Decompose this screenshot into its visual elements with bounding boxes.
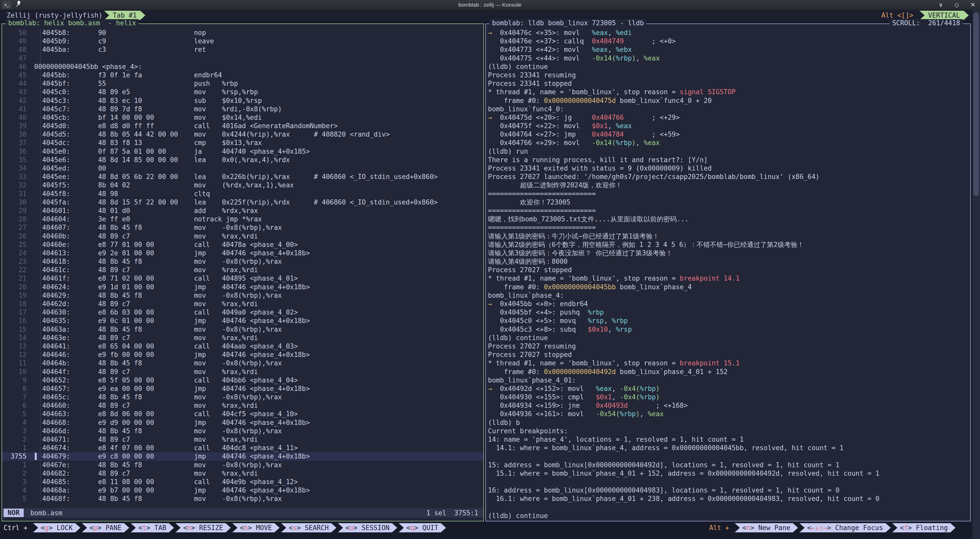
asm-line: 43 4045c0: 48 89 e5 mov %rsp,%rbp	[2, 88, 484, 96]
asm-line: 36 4045e0: 0f 87 5a 01 00 00 ja 404740 <…	[2, 147, 484, 156]
helix-pane-title: bomblab: helix bomb.asm - helix	[6, 19, 138, 27]
lldb-line: 嗯嗯，找到bomb_723005.txt文件....从里面读取以前的密码...	[488, 215, 970, 223]
asm-line: 3 40466d: 48 8b 45 f8 mov -0x8(%rbp),%ra…	[2, 427, 484, 435]
lldb-line: (lldb) run	[488, 147, 970, 156]
lldb-content[interactable]: → 0x40476c <+35>: movl %eax, %edi 0x4047…	[488, 29, 970, 520]
lldb-pane[interactable]: bomblab: lldb bomb_linux 723005 - lldb S…	[485, 24, 971, 521]
file-name: bomb.asm	[30, 509, 62, 517]
lldb-line: bomb_linux`func4_0:	[488, 105, 970, 113]
selection-position: 1 sel 3755:1	[426, 509, 479, 517]
keybar-session[interactable]: <o> SESSION	[338, 523, 397, 533]
lldb-line: ===========================	[488, 207, 970, 215]
lldb-line: 14.1: where = bomb_linux`phase_4, addres…	[488, 444, 970, 452]
asm-line: 39 4045d0: e8 d8 d0 ff ff call 4016ad <G…	[2, 122, 484, 130]
lldb-line: Process 27027 stopped	[488, 266, 970, 274]
keybar-move[interactable]: <h> MOVE	[232, 523, 280, 533]
asm-line: 1 40467e: 48 8b 45 f8 mov -0x8(%rbp),%ra…	[2, 461, 484, 469]
lldb-line: → 0x40476c <+35>: movl %eax, %edi	[488, 29, 970, 37]
asm-line: 22 40461c: 48 89 c7 mov %rax,%rdi	[2, 266, 484, 274]
asm-line: 45 4045bb: f3 0f 1e fa endbr64	[2, 71, 484, 80]
asm-line: 5 404663: e8 8d 06 00 00 call 404cf5 <ph…	[2, 410, 484, 418]
asm-line: 16 404635: e9 0c 01 00 00 jmp 404746 <ph…	[2, 317, 484, 325]
asm-line: 49 4045b9: c9 leave	[2, 37, 484, 45]
lldb-line: 16.1: where = bomb_linux`phase_4_01 + 23…	[488, 494, 970, 503]
asm-line: 8 404657: e9 ea 00 00 00 jmp 404746 <pha…	[2, 384, 484, 393]
lldb-line: * thread #1, name = 'bomb_linux', stop r…	[488, 359, 970, 367]
scrollbar-thumb[interactable]	[974, 12, 979, 196]
asm-line: 26 40460b: 48 89 c7 mov %rax,%rdi	[2, 232, 484, 241]
asm-line: 24 404613: e9 2e 01 00 00 jmp 404746 <ph…	[2, 249, 484, 257]
keybar-floating[interactable]: <f> Floating	[892, 523, 956, 533]
lldb-line: 请输入第1级的密码：牛刀小试~你已经通过了第1级考验！	[488, 232, 970, 241]
asm-line: 4 40468a: e9 b7 00 00 00 jmp 404746 <pha…	[2, 486, 484, 494]
ctrl-prefix: Ctrl +	[3, 524, 32, 532]
lldb-line: 15.1: where = bomb_linux`phase_4_01 + 15…	[488, 469, 970, 478]
asm-line: 48 4045ba: c3 ret	[2, 45, 484, 54]
lldb-line: 0x404775 <+44>: movl -0x14(%rbp), %eax	[488, 54, 970, 62]
layout-badge-vertical: VERTICAL	[920, 11, 969, 20]
window-title: bomblab : zellij — Konsole	[0, 2, 980, 8]
asm-line: 35 4045e6: 48 8d 14 85 00 00 00 lea 0x0(…	[2, 156, 484, 164]
keybar-change-focus[interactable]: <←↓↑→> Change Focus	[800, 523, 891, 533]
maximize-button[interactable]: ◇	[954, 1, 959, 8]
lldb-line: → 0x4045bb <+0>: endbr64	[488, 300, 970, 308]
lldb-line: → 0x40492d <+152>: movl %eax, -0x4(%rbp)	[488, 384, 970, 393]
asm-line: 14 40463e: 48 89 c7 mov %rax,%rdi	[2, 334, 484, 342]
asm-line: 12 404646: e9 fb 00 00 00 jmp 404746 <ph…	[2, 351, 484, 359]
asm-line: 37 4045dc: 48 83 f8 13 cmp $0x13,%rax	[2, 139, 484, 147]
lldb-line: 16: address = bomb_linux[0x0000000000404…	[488, 486, 970, 494]
lldb-line: 0x404764 <+27>: jmp 0x404784 ; <+59>	[488, 130, 970, 139]
asm-line: 1 404674: e8 4f 07 00 00 call 404dc8 <ph…	[2, 444, 484, 452]
lldb-line: bomb_linux`phase_4_01:	[488, 376, 970, 384]
lldb-line: 请输入第2级的密码（6个数字，用空格隔开，例如 1 2 3 4 5 6）：不错不…	[488, 241, 970, 249]
lldb-line: * thread #1, name = 'bomb_linux', stop r…	[488, 274, 970, 283]
keybar-search[interactable]: <s> SEARCH	[281, 523, 336, 533]
lldb-line: Process 27027 resuming	[488, 342, 970, 351]
asm-line: 50 4045b8: 90 nop	[2, 29, 484, 37]
scroll-indicator: SCROLL: 261/4418	[890, 19, 963, 27]
lldb-line: 0x404773 <+42>: movl %eax, %ebx	[488, 45, 970, 54]
asm-line: 11 40464b: 48 8b 45 f8 mov -0x8(%rbp),%r…	[2, 359, 484, 367]
lldb-line: frame #0: 0x00000000004045bb bomb_linux`…	[488, 283, 970, 291]
asm-content[interactable]: 50 4045b8: 90 nop49 4045b9: c9 leave48 4…	[2, 29, 484, 503]
lldb-line: Process 27027 launched: '/home/gh0s7/pro…	[488, 172, 970, 181]
alt-mode-hint: Alt <[]>	[881, 11, 913, 19]
asm-line: 25 40460e: e8 77 01 00 00 call 40478a <p…	[2, 241, 484, 249]
asm-line: 17 404630: e8 6b 03 00 00 call 4049a0 <p…	[2, 308, 484, 317]
lldb-line: frame #0: 0x000000000040475d bomb_linux`…	[488, 97, 970, 105]
lldb-line: 0x40475f <+22>: movl $0x1, %eax	[488, 122, 970, 130]
asm-line: 3 404685: e8 11 08 00 00 call 404e9b <ph…	[2, 478, 484, 486]
keybar-quit[interactable]: <q> QUIT	[399, 523, 446, 533]
mode-badge: NOR	[3, 509, 24, 517]
asm-line: 27 404607: 48 8b 45 f8 mov -0x8(%rbp),%r…	[2, 223, 484, 232]
text-cursor	[35, 453, 37, 460]
lldb-line: (lldb) continue	[488, 512, 970, 520]
keybar-right-group: <n> New Pane<←↓↑→> Change Focus<f> Float…	[733, 523, 956, 533]
tab-1[interactable]: Tab #1	[104, 11, 145, 20]
asm-line: 4 404668: e9 d9 00 00 00 jmp 404746 <pha…	[2, 418, 484, 427]
lldb-line	[488, 503, 970, 512]
window-titlebar: >_ bomblab : zellij — Konsole ∨ ◇ ✕	[0, 0, 980, 10]
lldb-line: 欢迎你！723005	[488, 198, 970, 207]
keybar-lock[interactable]: <g> LOCK	[33, 523, 80, 533]
helix-pane[interactable]: bomblab: helix bomb.asm - helix 50 4045b…	[2, 24, 484, 521]
asm-line: 30 4045fa: 48 8d 15 5f 22 00 00 lea 0x22…	[2, 198, 484, 207]
lldb-line: 0x4045c3 <+8>: subq $0x10, %rsp	[488, 325, 970, 334]
lldb-line	[488, 452, 970, 461]
asm-line: 3755 404679: e9 c8 00 00 00 jmp 404746 <…	[2, 452, 484, 461]
keybar-resize[interactable]: <n> RESIZE	[176, 523, 231, 533]
session-name: Zellij (rusty-jellyfish)	[6, 11, 103, 19]
asm-line: 19 404629: 48 8b 45 f8 mov -0x8(%rbp),%r…	[2, 291, 484, 300]
minimize-button[interactable]: ∨	[939, 1, 943, 8]
terminal-scrollbar[interactable]	[972, 10, 980, 539]
asm-line: 33 4045ee: 48 8d 05 6b 22 00 00 lea 0x22…	[2, 172, 484, 181]
lldb-line: ===========================	[488, 190, 970, 198]
lldb-line: 0x404936 <+161>: movl -0x54(%rbp), %eax	[488, 410, 970, 418]
keybar-tab[interactable]: <t> TAB	[130, 523, 174, 533]
lldb-line: 请输入第4级的密码：8000	[488, 257, 970, 266]
close-button[interactable]: ✕	[970, 1, 975, 8]
keybar-new-pane[interactable]: <n> New Pane	[735, 523, 798, 533]
keybar-pane[interactable]: <p> PANE	[82, 523, 129, 533]
asm-line: 20 404624: e9 1d 01 00 00 jmp 404746 <ph…	[2, 283, 484, 291]
lldb-line: Process 23341 stopped	[488, 80, 970, 88]
